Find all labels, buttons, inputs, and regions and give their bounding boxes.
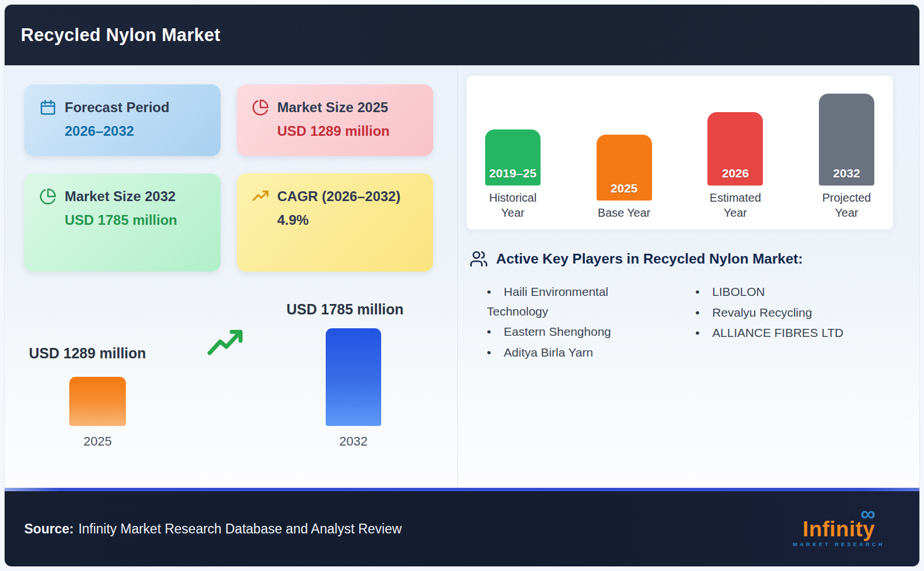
bar-axis-label-2025: 2025 <box>69 434 126 449</box>
left-panel: Forecast Period 2026–2032 Market Size 20… <box>5 65 457 488</box>
timeline-bar-year: 2032 <box>833 166 860 180</box>
player-name: LIBOLON <box>712 285 765 298</box>
timeline-col-base: 2025 Base Year <box>597 135 652 220</box>
key-players-column-1: Haili Environmental Technology Eastern S… <box>487 282 663 363</box>
pie-chart-icon <box>252 99 269 116</box>
cagr-card: CAGR (2026–2032) 4.9% <box>237 173 433 272</box>
bar-2032 <box>326 328 381 426</box>
bar-value-label-2032: USD 1785 million <box>286 301 404 318</box>
timeline-chart-card: 2019–25 Historical Year 2025 Base Year 2… <box>466 75 893 230</box>
source-note: Source:Infinity Market Research Database… <box>24 521 402 537</box>
player-name: Revalyu Recycling <box>712 306 812 319</box>
list-item: Revalyu Recycling <box>695 303 886 322</box>
key-players-heading: Active Key Players in Recycled Nylon Mar… <box>470 250 893 268</box>
pie-chart-icon <box>39 188 57 205</box>
player-name: ALLIANCE FIBRES LTD <box>712 326 843 339</box>
card-title: Market Size 2025 <box>277 98 388 117</box>
timeline-bar-year: 2019–25 <box>489 166 536 180</box>
card-title: Forecast Period <box>65 98 169 117</box>
card-value: 2026–2032 <box>65 122 207 140</box>
users-icon <box>470 250 488 268</box>
timeline-bar-year: 2026 <box>722 166 749 180</box>
timeline-bar-year: 2025 <box>610 181 638 195</box>
stat-cards: Forecast Period 2026–2032 Market Size 20… <box>24 84 457 272</box>
market-size-2032-card: Market Size 2032 USD 1785 million <box>24 173 221 272</box>
card-head: Forecast Period <box>39 98 207 117</box>
card-value: USD 1289 million <box>277 122 419 140</box>
key-players-title: Active Key Players in Recycled Nylon Mar… <box>496 251 803 267</box>
timeline-bar-base: 2025 <box>597 135 652 201</box>
list-item: Eastern Shenghong <box>487 322 663 342</box>
market-size-2025-card: Market Size 2025 USD 1289 million <box>237 84 433 156</box>
growth-arrow-icon <box>206 327 247 357</box>
bar-value-label-2025: USD 1289 million <box>29 345 146 362</box>
timeline-caption: Estimated Year <box>699 190 771 220</box>
key-players-lists: Haili Environmental Technology Eastern S… <box>466 282 893 363</box>
list-item: ALLIANCE FIBRES LTD <box>695 323 886 343</box>
card-value: USD 1785 million <box>65 211 207 229</box>
source-text: Infinity Market Research Database and An… <box>79 521 402 536</box>
timeline-caption: Projected Year <box>811 190 882 220</box>
timeline-col-projected: 2032 Projected Year <box>819 94 874 220</box>
header-bar: Recycled Nylon Market <box>5 5 919 65</box>
brand-subtitle: MARKET RESEARCH <box>793 542 885 547</box>
key-players-column-2: LIBOLON Revalyu Recycling ALLIANCE FIBRE… <box>695 282 886 363</box>
footer-bar: Source:Infinity Market Research Database… <box>5 491 919 566</box>
right-panel: 2019–25 Historical Year 2025 Base Year 2… <box>457 65 919 488</box>
bar-2025 <box>69 377 126 426</box>
timeline-bar-estimated: 2026 <box>707 112 763 186</box>
timeline-col-historical: 2019–25 Historical Year <box>485 129 541 220</box>
card-value: 4.9% <box>277 211 419 229</box>
trending-up-icon <box>252 188 269 205</box>
page-title: Recycled Nylon Market <box>21 25 221 46</box>
source-label: Source: <box>24 521 74 536</box>
player-name: Haili Environmental Technology <box>487 285 608 318</box>
card-head: Market Size 2025 <box>252 98 419 117</box>
content-area: Forecast Period 2026–2032 Market Size 20… <box>5 65 919 488</box>
forecast-period-card: Forecast Period 2026–2032 <box>24 84 221 156</box>
list-item: LIBOLON <box>695 282 886 302</box>
timeline-bar-historical: 2019–25 <box>485 129 541 186</box>
player-name: Eastern Shenghong <box>504 325 611 338</box>
infinity-logo-icon: ∞ <box>860 503 875 524</box>
list-item: Haili Environmental Technology <box>487 282 663 321</box>
timeline-caption: Historical Year <box>477 190 549 220</box>
timeline-bar-projected: 2032 <box>819 94 874 186</box>
card-head: Market Size 2032 <box>39 187 207 206</box>
player-name: Aditya Birla Yarn <box>504 346 593 359</box>
calendar-icon <box>39 99 57 116</box>
brand-logo: ∞ Infinity MARKET RESEARCH <box>793 510 885 547</box>
card-title: Market Size 2032 <box>65 187 176 206</box>
timeline-col-estimated: 2026 Estimated Year <box>707 112 763 220</box>
bar-axis-label-2032: 2032 <box>326 434 381 449</box>
infographic-frame: Recycled Nylon Market Forecast Period 20… <box>5 5 919 566</box>
card-head: CAGR (2026–2032) <box>252 187 419 206</box>
card-title: CAGR (2026–2032) <box>277 187 400 206</box>
timeline-caption: Base Year <box>588 205 660 220</box>
list-item: Aditya Birla Yarn <box>487 343 663 362</box>
